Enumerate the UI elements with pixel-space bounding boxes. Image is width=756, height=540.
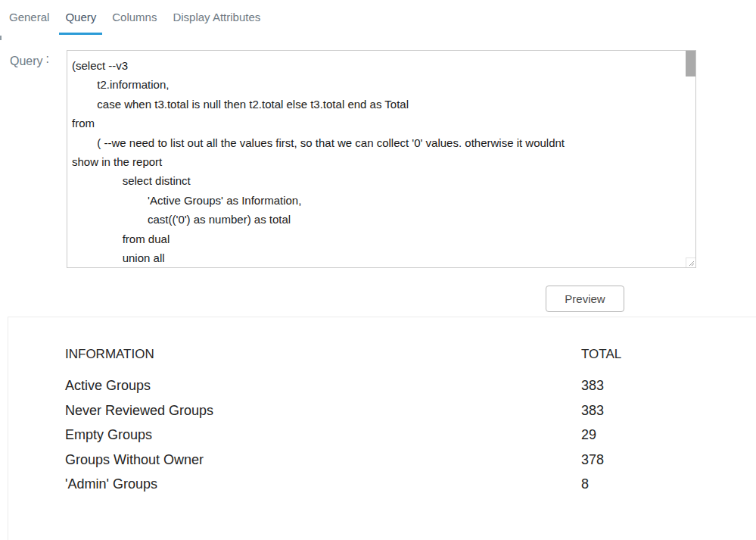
screen-edge-artifact (0, 36, 2, 40)
row-total: 383 (581, 399, 604, 422)
row-total: 29 (581, 423, 596, 446)
tab-general[interactable]: General (3, 8, 55, 35)
results-header-row: INFORMATION TOTAL (65, 345, 756, 374)
tab-bar: General Query Columns Display Attributes (3, 8, 266, 35)
table-row: 'Admin' Groups 8 (65, 473, 756, 498)
row-information: 'Admin' Groups (65, 473, 581, 495)
textarea-resize-handle[interactable] (686, 258, 695, 267)
query-editor-screen: General Query Columns Display Attributes… (0, 0, 756, 540)
preview-button[interactable]: Preview (546, 286, 624, 312)
table-row: Active Groups 383 (65, 374, 756, 399)
row-total: 383 (581, 374, 604, 397)
row-information: Empty Groups (65, 423, 581, 446)
tab-columns[interactable]: Columns (106, 8, 163, 35)
results-table: INFORMATION TOTAL Active Groups 383 Neve… (65, 345, 756, 498)
query-textarea-container: (select --v3 t2.information, case when t… (67, 50, 696, 268)
query-label-text: Query (10, 55, 43, 67)
row-information: Groups Without Owner (65, 448, 581, 471)
tab-display-attributes[interactable]: Display Attributes (166, 8, 266, 35)
textarea-scrollbar-thumb[interactable] (686, 51, 695, 76)
resize-grip-icon (687, 259, 695, 267)
tab-query[interactable]: Query (59, 8, 102, 35)
table-row: Empty Groups 29 (65, 423, 756, 448)
row-information: Never Reviewed Groups (65, 399, 581, 422)
query-field-label: Query: (10, 55, 49, 68)
row-total: 378 (581, 448, 604, 471)
column-header-information: INFORMATION (65, 345, 581, 364)
table-row: Groups Without Owner 378 (65, 448, 756, 473)
row-total: 8 (581, 473, 589, 495)
query-results-panel: INFORMATION TOTAL Active Groups 383 Neve… (8, 317, 756, 540)
table-row: Never Reviewed Groups 383 (65, 399, 756, 424)
query-input[interactable]: (select --v3 t2.information, case when t… (67, 50, 696, 268)
column-header-total: TOTAL (581, 345, 621, 364)
row-information: Active Groups (65, 374, 581, 397)
query-label-colon: : (46, 52, 49, 66)
